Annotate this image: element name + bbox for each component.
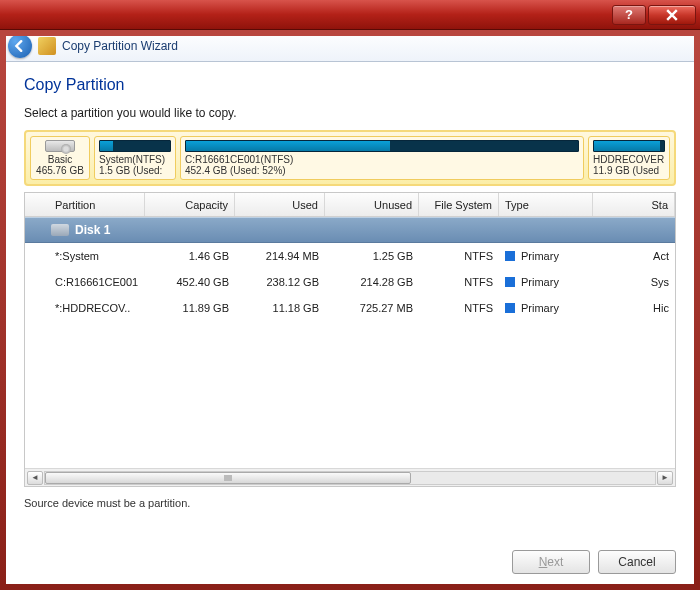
hdd-icon <box>45 140 75 152</box>
cell-capacity: 11.89 GB <box>145 302 235 314</box>
cell-status: Sys <box>593 276 675 288</box>
disk-map-basic[interactable]: Basic 465.76 GB <box>30 136 90 180</box>
scroll-right-button[interactable]: ► <box>657 471 673 485</box>
cell-fs: NTFS <box>419 250 499 262</box>
help-button[interactable]: ? <box>612 5 646 25</box>
cell-used: 11.18 GB <box>235 302 325 314</box>
disk-map-recovery[interactable]: HDDRECOVER 11.9 GB (Used <box>588 136 670 180</box>
scroll-track[interactable] <box>44 471 656 485</box>
col-filesystem[interactable]: File System <box>419 193 499 216</box>
cell-capacity: 452.40 GB <box>145 276 235 288</box>
system-sub: 1.5 GB (Used: <box>99 165 171 176</box>
next-button[interactable]: Next <box>512 550 590 574</box>
c-label: C:R16661CE001(NTFS) <box>185 154 579 165</box>
disk-icon <box>51 224 69 236</box>
title-bar: ? <box>0 0 700 30</box>
cell-partition: *:System <box>25 250 145 262</box>
col-status[interactable]: Sta <box>593 193 675 216</box>
c-sub: 452.4 GB (Used: 52%) <box>185 165 579 176</box>
disk-map-system[interactable]: System(NTFS) 1.5 GB (Used: <box>94 136 176 180</box>
col-capacity[interactable]: Capacity <box>145 193 235 216</box>
cell-status: Hic <box>593 302 675 314</box>
content-area: Copy Partition Select a partition you wo… <box>0 62 700 509</box>
cell-type: Primary <box>499 302 593 314</box>
table-row[interactable]: C:R16661CE001 452.40 GB 238.12 GB 214.28… <box>25 269 675 295</box>
cell-type: Primary <box>499 276 593 288</box>
grid-header: Partition Capacity Used Unused File Syst… <box>25 193 675 217</box>
recovery-sub: 11.9 GB (Used <box>593 165 665 176</box>
disk-map: Basic 465.76 GB System(NTFS) 1.5 GB (Use… <box>24 130 676 186</box>
window-title: Copy Partition Wizard <box>62 39 178 53</box>
recovery-label: HDDRECOVER <box>593 154 665 165</box>
header-bar: Copy Partition Wizard <box>0 30 700 62</box>
cell-used: 238.12 GB <box>235 276 325 288</box>
disk-group-row[interactable]: Disk 1 <box>25 217 675 243</box>
primary-color-icon <box>505 277 515 287</box>
instruction-text: Select a partition you would like to cop… <box>24 106 676 120</box>
back-arrow-icon <box>14 40 26 52</box>
col-used[interactable]: Used <box>235 193 325 216</box>
cell-partition: C:R16661CE001 <box>25 276 145 288</box>
horizontal-scrollbar[interactable]: ◄ ► <box>25 468 675 486</box>
basic-size: 465.76 GB <box>36 165 84 176</box>
partition-grid: Partition Capacity Used Unused File Syst… <box>24 192 676 487</box>
cell-fs: NTFS <box>419 276 499 288</box>
cell-fs: NTFS <box>419 302 499 314</box>
basic-label: Basic <box>48 154 72 165</box>
primary-color-icon <box>505 251 515 261</box>
back-button[interactable] <box>8 34 32 58</box>
cell-unused: 214.28 GB <box>325 276 419 288</box>
page-heading: Copy Partition <box>24 76 676 94</box>
cell-partition: *:HDDRECOV.. <box>25 302 145 314</box>
col-unused[interactable]: Unused <box>325 193 419 216</box>
cell-unused: 725.27 MB <box>325 302 419 314</box>
table-row[interactable]: *:System 1.46 GB 214.94 MB 1.25 GB NTFS … <box>25 243 675 269</box>
cell-status: Act <box>593 250 675 262</box>
primary-color-icon <box>505 303 515 313</box>
scroll-left-button[interactable]: ◄ <box>27 471 43 485</box>
cell-used: 214.94 MB <box>235 250 325 262</box>
scroll-thumb[interactable] <box>45 472 411 484</box>
footer: Next Cancel <box>8 542 692 582</box>
cell-type: Primary <box>499 250 593 262</box>
close-icon <box>666 9 678 21</box>
cell-unused: 1.25 GB <box>325 250 419 262</box>
hint-text: Source device must be a partition. <box>24 497 676 509</box>
col-partition[interactable]: Partition <box>25 193 145 216</box>
table-row[interactable]: *:HDDRECOV.. 11.89 GB 11.18 GB 725.27 MB… <box>25 295 675 321</box>
cancel-button[interactable]: Cancel <box>598 550 676 574</box>
grid-body: Disk 1 *:System 1.46 GB 214.94 MB 1.25 G… <box>25 217 675 468</box>
disk-group-label: Disk 1 <box>75 223 110 237</box>
close-button[interactable] <box>648 5 696 25</box>
col-type[interactable]: Type <box>499 193 593 216</box>
system-label: System(NTFS) <box>99 154 171 165</box>
cell-capacity: 1.46 GB <box>145 250 235 262</box>
disk-map-c[interactable]: C:R16661CE001(NTFS) 452.4 GB (Used: 52%) <box>180 136 584 180</box>
app-icon <box>38 37 56 55</box>
